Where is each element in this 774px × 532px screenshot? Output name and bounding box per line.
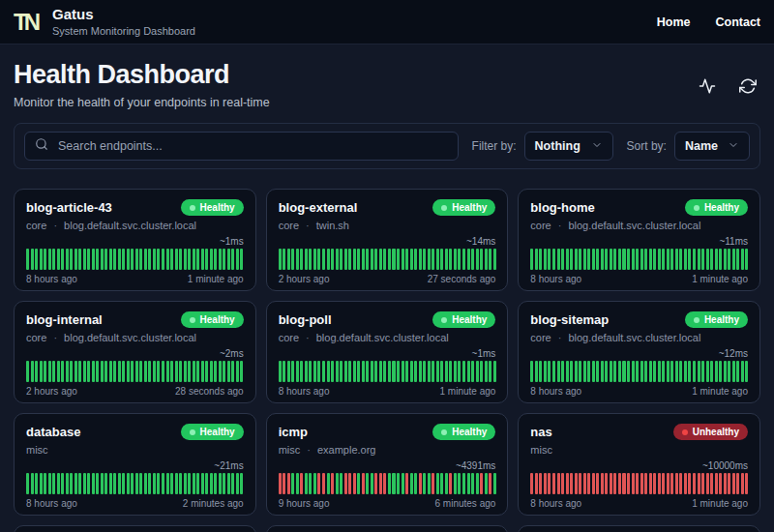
- filter-select[interactable]: Nothing: [524, 132, 613, 161]
- health-bar-success[interactable]: [61, 473, 64, 494]
- health-bar-success[interactable]: [179, 473, 182, 494]
- health-bar-failure[interactable]: [552, 473, 555, 494]
- health-bar-success[interactable]: [357, 249, 360, 270]
- health-bar-success[interactable]: [392, 473, 395, 494]
- health-bar-success[interactable]: [374, 361, 377, 382]
- health-bar-success[interactable]: [92, 473, 95, 494]
- health-bar-success[interactable]: [227, 361, 230, 382]
- health-bar-failure[interactable]: [592, 473, 595, 494]
- health-bar-failure[interactable]: [317, 473, 320, 494]
- health-bar-success[interactable]: [610, 361, 612, 382]
- health-bar-success[interactable]: [627, 361, 630, 382]
- health-bar-success[interactable]: [162, 361, 164, 382]
- health-bar-success[interactable]: [44, 361, 46, 382]
- health-bar-success[interactable]: [644, 249, 647, 270]
- health-bar-success[interactable]: [300, 361, 303, 382]
- health-bar-success[interactable]: [667, 249, 670, 270]
- health-bar-success[interactable]: [127, 361, 130, 382]
- health-bar-failure[interactable]: [640, 473, 643, 494]
- health-bar-success[interactable]: [113, 361, 116, 382]
- health-bar-success[interactable]: [579, 361, 581, 382]
- health-bar-failure[interactable]: [732, 473, 735, 494]
- health-bar-success[interactable]: [428, 473, 431, 494]
- health-bar-success[interactable]: [440, 473, 443, 494]
- health-bar-success[interactable]: [122, 249, 125, 270]
- search-input[interactable]: [56, 138, 448, 154]
- health-bar-success[interactable]: [693, 361, 696, 382]
- health-bar-success[interactable]: [135, 249, 138, 270]
- health-bar-success[interactable]: [153, 361, 156, 382]
- health-bar-success[interactable]: [357, 473, 360, 494]
- health-bar-success[interactable]: [96, 473, 99, 494]
- health-bar-success[interactable]: [296, 249, 299, 270]
- health-bar-success[interactable]: [70, 361, 73, 382]
- health-bar-success[interactable]: [78, 473, 81, 494]
- health-bar-success[interactable]: [291, 249, 294, 270]
- health-bar-failure[interactable]: [353, 473, 356, 494]
- health-bar-success[interactable]: [575, 249, 578, 270]
- endpoint-card[interactable]: blog-sitemap Healthy core · blog.default…: [518, 301, 760, 403]
- health-bar-failure[interactable]: [283, 473, 285, 494]
- health-bar-success[interactable]: [201, 361, 204, 382]
- health-bar-failure[interactable]: [383, 473, 386, 494]
- health-bar-success[interactable]: [344, 249, 347, 270]
- health-bar-failure[interactable]: [587, 473, 590, 494]
- health-bar-success[interactable]: [231, 361, 234, 382]
- health-bar-success[interactable]: [366, 361, 369, 382]
- nav-link-contact[interactable]: Contact: [715, 15, 760, 29]
- health-bar-success[interactable]: [679, 249, 682, 270]
- endpoint-card[interactable]: blog-poll Healthy core · blog.default.sv…: [266, 301, 509, 403]
- health-bar-success[interactable]: [236, 473, 239, 494]
- health-bar-failure[interactable]: [583, 473, 586, 494]
- health-bar-failure[interactable]: [632, 473, 635, 494]
- health-bar-success[interactable]: [548, 361, 551, 382]
- health-bar-success[interactable]: [362, 361, 365, 382]
- health-bar-success[interactable]: [74, 361, 77, 382]
- health-bar-success[interactable]: [113, 249, 116, 270]
- health-bar-success[interactable]: [340, 361, 342, 382]
- health-bar-success[interactable]: [366, 473, 369, 494]
- health-bar-failure[interactable]: [374, 473, 377, 494]
- health-bar-success[interactable]: [613, 361, 616, 382]
- health-bar-success[interactable]: [432, 249, 434, 270]
- health-bar-success[interactable]: [40, 361, 43, 382]
- health-bar-success[interactable]: [485, 249, 488, 270]
- health-bar-failure[interactable]: [300, 473, 303, 494]
- health-bar-success[interactable]: [489, 361, 491, 382]
- health-bar-success[interactable]: [166, 249, 169, 270]
- health-bar-success[interactable]: [184, 249, 187, 270]
- health-bar-success[interactable]: [205, 473, 208, 494]
- health-bar-success[interactable]: [344, 361, 347, 382]
- health-bar-success[interactable]: [101, 249, 104, 270]
- health-bar-success[interactable]: [231, 249, 234, 270]
- health-bar-success[interactable]: [35, 473, 38, 494]
- health-bar-success[interactable]: [476, 361, 479, 382]
- health-bar-failure[interactable]: [596, 473, 599, 494]
- health-bar-success[interactable]: [148, 249, 151, 270]
- health-bar-success[interactable]: [305, 249, 308, 270]
- health-bar-success[interactable]: [188, 361, 191, 382]
- health-bar-success[interactable]: [636, 249, 639, 270]
- health-bar-success[interactable]: [445, 473, 448, 494]
- health-bar-success[interactable]: [419, 249, 422, 270]
- uptime-bar-chart[interactable]: [279, 473, 496, 494]
- health-bar-success[interactable]: [193, 361, 195, 382]
- health-bar-success[interactable]: [309, 249, 312, 270]
- activity-icon[interactable]: [699, 77, 716, 95]
- health-bar-success[interactable]: [462, 361, 465, 382]
- health-bar-success[interactable]: [485, 361, 488, 382]
- health-bar-success[interactable]: [101, 361, 104, 382]
- health-bar-success[interactable]: [193, 249, 195, 270]
- health-bar-success[interactable]: [410, 473, 413, 494]
- health-bar-success[interactable]: [458, 249, 461, 270]
- health-bar-success[interactable]: [219, 473, 222, 494]
- health-bar-failure[interactable]: [715, 473, 718, 494]
- health-bar-success[interactable]: [627, 249, 630, 270]
- health-bar-failure[interactable]: [331, 473, 334, 494]
- uptime-bar-chart[interactable]: [26, 249, 244, 270]
- health-bar-failure[interactable]: [627, 473, 630, 494]
- health-bar-failure[interactable]: [530, 473, 533, 494]
- health-bar-success[interactable]: [710, 249, 713, 270]
- health-bar-success[interactable]: [188, 473, 191, 494]
- health-bar-success[interactable]: [362, 249, 365, 270]
